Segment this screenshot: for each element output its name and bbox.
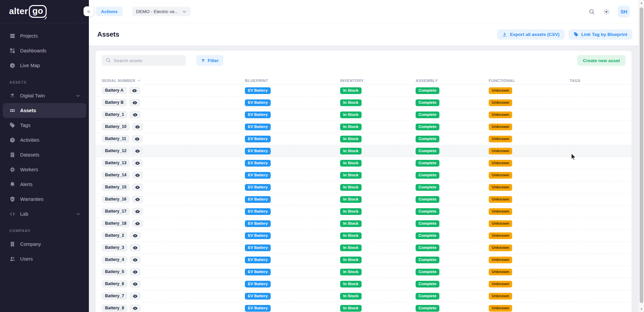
table-row[interactable]: Battery_4 EV Battery In Stock Complete U…	[96, 254, 632, 266]
sidebar-item-assets[interactable]: Assets	[3, 103, 86, 118]
sidebar-item-projects[interactable]: Projects	[3, 29, 86, 43]
filter-button[interactable]: Filter	[196, 55, 223, 66]
table-row[interactable]: Battery_2 EV Battery In Stock Complete U…	[96, 230, 632, 242]
table-row[interactable]: Battery_3 EV Battery In Stock Complete U…	[96, 242, 632, 254]
blueprint-badge[interactable]: EV Battery	[245, 99, 271, 106]
sidebar-item-activities[interactable]: Activities	[3, 133, 86, 147]
column-header-inventory[interactable]: INVENTORY	[340, 79, 416, 83]
assembly-badge: Complete	[416, 99, 439, 106]
column-header-blueprint[interactable]: BLUEPRINT	[245, 79, 340, 83]
sidebar-item-lab[interactable]: Lab	[3, 207, 86, 221]
inventory-badge: In Stock	[340, 124, 362, 130]
blueprint-badge[interactable]: EV Battery	[245, 124, 271, 130]
blueprint-badge[interactable]: EV Battery	[245, 257, 271, 263]
blueprint-badge[interactable]: EV Battery	[245, 196, 271, 203]
view-asset-button[interactable]	[129, 232, 141, 239]
view-asset-button[interactable]	[129, 244, 141, 252]
view-asset-button[interactable]	[131, 135, 143, 143]
view-asset-button[interactable]	[129, 256, 141, 264]
search-assets-input[interactable]	[102, 55, 186, 66]
search-icon[interactable]	[588, 8, 595, 15]
link-tag-button[interactable]: Link Tag by Blueprint	[569, 29, 632, 40]
column-header-tags[interactable]: TAGS	[570, 79, 632, 83]
table-row[interactable]: Battery_7 EV Battery In Stock Complete U…	[96, 290, 632, 302]
blueprint-badge[interactable]: EV Battery	[245, 87, 271, 94]
scroll-up-arrow-icon[interactable]: ▲	[639, 0, 644, 6]
sidebar-item-tags[interactable]: Tags	[3, 118, 86, 133]
blueprint-badge[interactable]: EV Battery	[245, 184, 271, 191]
blueprint-badge[interactable]: EV Battery	[245, 220, 271, 227]
user-avatar[interactable]: SH	[618, 6, 630, 17]
view-asset-button[interactable]	[129, 292, 141, 300]
view-asset-button[interactable]	[132, 123, 143, 131]
brand-logo[interactable]: altergo	[0, 0, 89, 23]
actions-button[interactable]: Actions	[96, 7, 123, 16]
table-row[interactable]: Battery_12 EV Battery In Stock Complete …	[96, 145, 632, 157]
view-asset-button[interactable]	[129, 304, 141, 312]
theme-sun-icon[interactable]	[603, 8, 610, 15]
view-asset-button[interactable]	[129, 111, 141, 119]
blueprint-badge[interactable]: EV Battery	[245, 112, 271, 118]
blueprint-badge[interactable]: EV Battery	[245, 293, 271, 300]
table-row[interactable]: Battery_17 EV Battery In Stock Complete …	[96, 206, 632, 218]
table-row[interactable]: Battery_6 EV Battery In Stock Complete U…	[96, 278, 632, 290]
sidebar-item-datasets[interactable]: Datasets	[3, 147, 86, 162]
blueprint-badge[interactable]: EV Battery	[245, 232, 271, 239]
inventory-badge: In Stock	[340, 281, 362, 287]
table-row[interactable]: Battery_13 EV Battery In Stock Complete …	[96, 157, 632, 169]
blueprint-badge[interactable]: EV Battery	[245, 160, 271, 167]
functional-badge: Unknown	[489, 257, 512, 263]
column-header-functional[interactable]: FUNCTIONAL	[489, 79, 570, 83]
table-row[interactable]: Battery_11 EV Battery In Stock Complete …	[96, 133, 632, 145]
view-asset-button[interactable]	[129, 87, 140, 94]
table-row[interactable]: Battery_14 EV Battery In Stock Complete …	[96, 169, 632, 181]
vertical-scrollbar[interactable]: ▲ ▼	[638, 0, 644, 312]
table-row[interactable]: Battery_10 EV Battery In Stock Complete …	[96, 121, 632, 133]
view-asset-button[interactable]	[132, 159, 143, 167]
view-asset-button[interactable]	[129, 280, 141, 288]
table-row[interactable]: Battery_15 EV Battery In Stock Complete …	[96, 181, 632, 193]
blueprint-badge[interactable]: EV Battery	[245, 244, 271, 251]
view-asset-button[interactable]	[129, 99, 141, 106]
blueprint-badge[interactable]: EV Battery	[245, 208, 271, 215]
sidebar-item-company[interactable]: Company	[3, 237, 86, 252]
blueprint-badge[interactable]: EV Battery	[245, 136, 271, 142]
view-asset-button[interactable]	[132, 183, 143, 191]
table-row[interactable]: Battery_8 EV Battery In Stock Complete U…	[96, 302, 632, 312]
sidebar-item-users[interactable]: Users	[3, 252, 86, 266]
blueprint-badge[interactable]: EV Battery	[245, 281, 271, 287]
table-row[interactable]: Battery_16 EV Battery In Stock Complete …	[96, 193, 632, 206]
view-asset-button[interactable]	[132, 195, 143, 203]
sidebar-item-live-map[interactable]: Live Map	[3, 58, 86, 73]
sidebar-item-warranties[interactable]: Warranties	[3, 192, 86, 207]
blueprint-badge[interactable]: EV Battery	[245, 305, 271, 312]
column-header-serial-number[interactable]: SERIAL NUMBER	[102, 78, 245, 83]
project-selector[interactable]: DEMO - Electric ve...	[132, 7, 191, 16]
blueprint-badge[interactable]: EV Battery	[245, 148, 271, 154]
view-asset-button[interactable]	[129, 268, 141, 276]
sidebar-collapse-button[interactable]: «	[84, 6, 94, 16]
sort-asc-icon[interactable]	[137, 78, 141, 83]
sidebar-item-workers[interactable]: Workers	[3, 162, 86, 177]
sidebar-item-digital-twin[interactable]: Digital Twin	[3, 88, 86, 103]
scroll-down-arrow-icon[interactable]: ▼	[639, 306, 644, 312]
eye-icon	[135, 173, 140, 178]
view-asset-button[interactable]	[132, 220, 143, 227]
table-row[interactable]: Battery_5 EV Battery In Stock Complete U…	[96, 266, 632, 278]
scrollbar-thumb[interactable]	[640, 7, 643, 303]
create-new-asset-button[interactable]: Create new asset	[577, 55, 626, 66]
table-row[interactable]: Battery_18 EV Battery In Stock Complete …	[96, 218, 632, 230]
table-row[interactable]: Battery B EV Battery In Stock Complete U…	[96, 97, 632, 109]
view-asset-button[interactable]	[132, 147, 143, 155]
export-assets-button[interactable]: Export all assets (CSV)	[497, 29, 565, 40]
blueprint-badge[interactable]: EV Battery	[245, 269, 271, 275]
view-asset-button[interactable]	[132, 208, 143, 215]
table-body: Battery A EV Battery In Stock Complete U…	[96, 85, 632, 312]
sidebar-item-dashboards[interactable]: Dashboards	[3, 43, 86, 58]
table-row[interactable]: Battery_1 EV Battery In Stock Complete U…	[96, 109, 632, 121]
blueprint-badge[interactable]: EV Battery	[245, 172, 271, 179]
view-asset-button[interactable]	[132, 171, 143, 179]
sidebar-item-alerts[interactable]: Alerts	[3, 177, 86, 192]
table-row[interactable]: Battery A EV Battery In Stock Complete U…	[96, 85, 632, 97]
column-header-assembly[interactable]: ASSEMBLY	[416, 79, 489, 83]
